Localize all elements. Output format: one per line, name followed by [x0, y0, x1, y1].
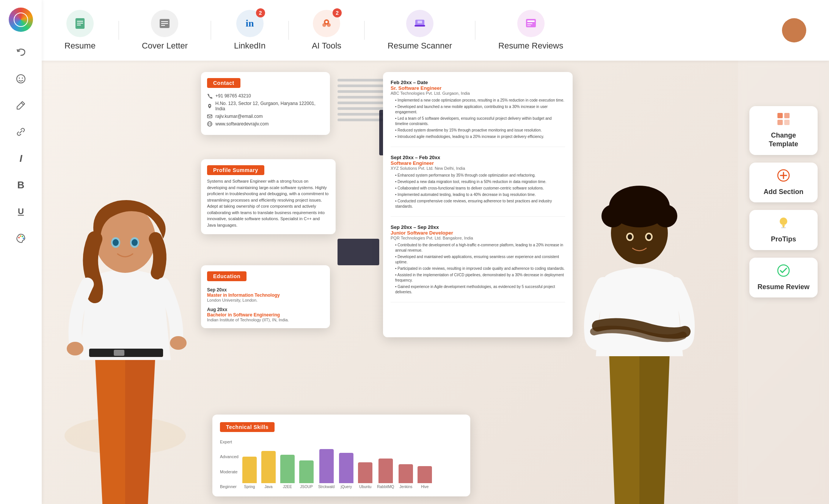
exp-date-3: Sep 20xx – Sep 20xx — [391, 224, 565, 230]
education-card: Education Sep 20xx Master in Information… — [201, 265, 330, 328]
svg-point-20 — [325, 21, 328, 23]
nav-label-cover-letter: Cover Letter — [142, 41, 188, 51]
character-man — [545, 163, 734, 504]
svg-point-39 — [170, 336, 187, 350]
chart-level-beginner: Beginner — [220, 484, 239, 489]
exp-bullet-1-1: • Implemented a new code optimization pr… — [395, 98, 565, 103]
svg-point-8 — [23, 238, 24, 239]
pro-tips-button[interactable]: ProTips — [749, 210, 818, 250]
add-section-label: Add Section — [763, 188, 803, 196]
svg-point-0 — [14, 13, 28, 27]
bar-j2ee: J2EE — [280, 455, 295, 489]
add-section-icon — [777, 169, 790, 184]
exp-bullet-3-3: • Participated in code reviews, resultin… — [395, 266, 565, 271]
svg-point-36 — [113, 239, 119, 246]
nav-item-resume-reviews[interactable]: Resume Reviews — [498, 10, 563, 51]
palette-icon[interactable] — [11, 228, 31, 248]
svg-point-1 — [17, 75, 25, 83]
exp-bullet-3-2: • Developed and maintained web applicati… — [395, 254, 565, 265]
svg-point-29 — [791, 25, 797, 31]
nav-divider-2 — [210, 21, 211, 40]
profile-summary-card: Profile Summary Systems and Software Eng… — [201, 159, 336, 234]
svg-rect-59 — [784, 120, 790, 125]
bar-rabbitmq: RabbitMQ — [377, 459, 394, 489]
chart-level-advanced: Advanced — [220, 454, 239, 459]
svg-point-55 — [647, 234, 651, 239]
nav-item-ai-tools[interactable]: 2 AI Tools — [312, 10, 341, 51]
user-avatar[interactable] — [782, 18, 806, 42]
pro-tips-icon — [777, 216, 790, 231]
svg-rect-32 — [114, 350, 124, 356]
chart-level-moderate: Moderate — [220, 470, 239, 474]
exp-bullet-1-5: • Introduced agile methodologies, leadin… — [395, 134, 565, 139]
change-template-icon — [777, 112, 790, 127]
bar-strckwald: Strckwald — [318, 449, 334, 489]
exp-bullet-2-3: • Collaborated with cross-functional tea… — [395, 186, 565, 191]
svg-rect-27 — [527, 23, 532, 24]
link-icon[interactable] — [11, 122, 31, 142]
resume-review-button[interactable]: Resume Review — [749, 258, 818, 297]
nav-divider-3 — [288, 21, 289, 40]
exp-bullet-3-4: • Assisted in the implementation of CI/C… — [395, 272, 565, 283]
exp-bullet-1-4: • Reduced system downtime by 15% through… — [395, 128, 565, 133]
svg-point-51 — [655, 205, 677, 227]
bar-java: Java — [261, 451, 276, 489]
deco-rect-2 — [338, 239, 379, 265]
exp-bullet-3-1: • Contributed to the development of a hi… — [395, 243, 565, 253]
nav-label-resume: Resume — [64, 41, 96, 51]
svg-rect-26 — [527, 20, 535, 22]
edu-degree-1: Master in Information Technology — [207, 293, 324, 298]
change-template-button[interactable]: Change Template — [749, 106, 818, 155]
nav-item-resume-scanner[interactable]: Resume Scanner — [388, 10, 452, 51]
undo-icon[interactable] — [11, 42, 31, 62]
svg-rect-22 — [414, 25, 425, 27]
nav-item-linkedin[interactable]: in 2 LinkedIn — [234, 10, 265, 51]
nav-item-resume[interactable]: Resume — [64, 10, 96, 51]
exp-date-1: Feb 20xx – Date — [391, 80, 565, 85]
right-panel: Change Template Add Section — [738, 61, 829, 504]
emoji-icon[interactable] — [11, 69, 31, 89]
svg-point-5 — [18, 237, 20, 238]
bold-icon[interactable]: B — [11, 175, 31, 195]
ai-tools-badge: 2 — [333, 8, 342, 17]
svg-point-2 — [19, 78, 20, 79]
linkedin-icon-circle: in 2 — [236, 10, 264, 37]
bar-hive: Hive — [418, 466, 432, 489]
edit-icon[interactable] — [11, 95, 31, 115]
resume-icon-circle — [66, 10, 94, 37]
contact-card: Contact +91 98765 43210 H.No. 123, Secto… — [201, 72, 330, 135]
bar-jsoup: JSOUP — [299, 460, 314, 489]
edu-date-2: Aug 20xx — [207, 307, 324, 312]
svg-point-37 — [132, 239, 138, 246]
exp-bullet-2-2: • Developed a new data migration tool, r… — [395, 179, 565, 185]
reviews-icon-circle — [517, 10, 545, 37]
bar-jquery: jQuery — [339, 453, 353, 489]
add-section-button[interactable]: Add Section — [749, 163, 818, 202]
exp-bullet-1-2: • Developed and launched a new mobile ap… — [395, 104, 565, 115]
experience-card: Feb 20xx – Date Sr. Software Engineer AB… — [383, 72, 573, 337]
contact-website: www.softwaredevrajiv.com — [207, 121, 324, 127]
exp-bullet-2-4: • Implemented automated testing, leading… — [395, 192, 565, 197]
exp-bullet-3-5: • Gained experience in Agile development… — [395, 284, 565, 295]
app-logo[interactable] — [9, 8, 33, 32]
exp-bullet-1-3: • Led a team of 5 software developers, e… — [395, 116, 565, 127]
underline-icon[interactable]: U — [11, 202, 31, 221]
pro-tips-label: ProTips — [771, 235, 796, 244]
edu-date-1: Sep 20xx — [207, 287, 324, 293]
nav-divider-4 — [364, 21, 365, 40]
nav-item-cover-letter[interactable]: Cover Letter — [142, 10, 188, 51]
nav-label-resume-scanner: Resume Scanner — [388, 41, 452, 51]
exp-date-2: Sept 20xx – Feb 20xx — [391, 155, 565, 160]
chart-bars: Spring Java J2EE JSOUP Strckwald — [242, 440, 463, 489]
svg-point-38 — [67, 342, 83, 355]
italic-icon[interactable]: I — [11, 149, 31, 168]
character-woman — [42, 163, 224, 504]
bar-ubuntu: Ubuntu — [358, 462, 372, 489]
contact-address: H.No. 123, Sector 12, Gurgaon, Haryana 1… — [207, 101, 324, 111]
exp-title-1: Sr. Software Engineer — [391, 85, 565, 91]
exp-company-3: PQR Technologies Pvt. Ltd. Bangalore, In… — [391, 236, 565, 240]
svg-point-19 — [327, 23, 331, 27]
svg-point-6 — [20, 235, 21, 237]
linkedin-badge: 2 — [256, 8, 265, 17]
nav-divider-1 — [118, 21, 119, 40]
